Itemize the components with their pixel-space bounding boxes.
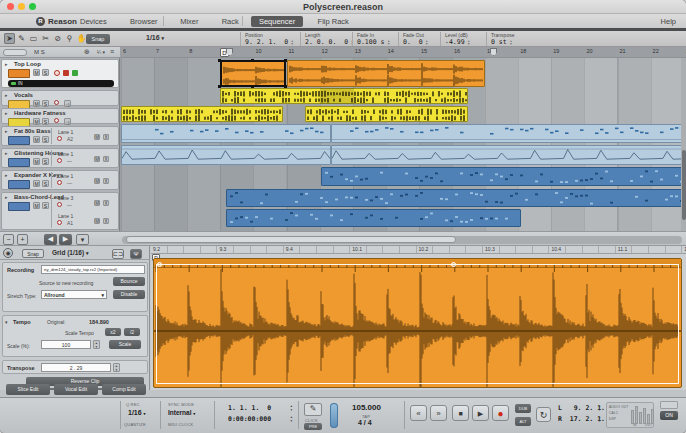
nav-right-icon[interactable]: ▶: [59, 234, 72, 245]
track-top-loop[interactable]: ▸Top LoopMSIN: [1, 59, 119, 88]
track-expander-x-keys[interactable]: ▸Expander X KeysMSLane 1—MX: [1, 170, 119, 190]
help-link[interactable]: Help: [661, 17, 676, 26]
loop-left-stepper[interactable]: ▴▾: [596, 404, 603, 412]
transpose-stepper[interactable]: ▴▾: [113, 363, 120, 372]
transpose-value-field[interactable]: 2 . 29: [41, 363, 111, 372]
lane-lane-1[interactable]: Lane 1A1MX: [54, 213, 116, 230]
stepper-icon[interactable]: ▴▾: [510, 39, 512, 46]
lane-lane-1[interactable]: Lane 1A2MX: [54, 129, 116, 146]
lane-mute-button[interactable]: M: [94, 218, 100, 224]
disclosure-icon[interactable]: ▸: [5, 150, 8, 156]
solo-button[interactable]: S: [42, 158, 49, 165]
edit-canvas[interactable]: 9.29.39.410.110.210.310.411.111.2 D: [151, 246, 686, 390]
lane-lane-3[interactable]: Lane 3—MX: [54, 195, 116, 212]
list-icon[interactable]: ≡: [110, 48, 114, 55]
solo-button[interactable]: S: [42, 202, 49, 209]
track-filter-button[interactable]: [3, 49, 27, 56]
lane-mute-button[interactable]: M: [94, 200, 100, 206]
scroll-thumb[interactable]: [126, 236, 456, 243]
tuning-fork-icon[interactable]: Ψ: [130, 249, 142, 259]
field-fade-in[interactable]: Fade In0.100 s▴▾: [352, 32, 398, 46]
selection-handle[interactable]: [284, 59, 287, 62]
stop-button[interactable]: ■: [452, 405, 469, 421]
lane-mute-button[interactable]: M: [94, 178, 100, 184]
eraser-tool-icon[interactable]: ▭: [28, 33, 39, 44]
position-time-display[interactable]: 0:00:00:000: [228, 415, 271, 423]
reason-logo[interactable]: RReason: [36, 16, 77, 26]
disclosure-icon[interactable]: ▾: [5, 319, 8, 325]
click-level-slider[interactable]: [330, 403, 338, 428]
track-glistening-house[interactable]: ▸Glistening HouseMSLane 1—MX: [1, 148, 119, 168]
audio-clip-editor[interactable]: [153, 258, 682, 388]
lane-mute-button[interactable]: M: [94, 156, 100, 162]
nav-item-sequencer[interactable]: Sequencer: [251, 16, 303, 27]
selection-handle[interactable]: [251, 85, 254, 88]
mute-button[interactable]: M: [33, 100, 40, 107]
alt-button[interactable]: ALT: [515, 417, 531, 426]
stepper-icon[interactable]: ▴▾: [468, 39, 470, 46]
lane-delete-button[interactable]: X: [103, 200, 109, 206]
field-level--db-[interactable]: Level (dB)-4.99▴▾: [440, 32, 486, 46]
solo-button[interactable]: S: [42, 136, 49, 143]
bar-ruler[interactable]: 67891011121314151617181920212223: [121, 47, 686, 58]
selection-handle[interactable]: [284, 85, 287, 88]
scale-button[interactable]: Scale: [109, 340, 141, 349]
mute-button[interactable]: M: [33, 202, 40, 209]
position-bars-display[interactable]: 1. 1. 1. 0: [228, 404, 271, 412]
clip-top-loop[interactable]: [287, 60, 485, 87]
tuner-icon[interactable]: [63, 70, 69, 76]
monitor-icon[interactable]: [72, 70, 78, 76]
field-length[interactable]: Length2. 0. 0. 0▴▾: [300, 32, 352, 46]
selection-handle[interactable]: [251, 59, 254, 62]
fast-forward-button[interactable]: »: [430, 405, 447, 421]
zoom-out-icon[interactable]: −: [3, 234, 14, 245]
stretch-type-dropdown[interactable]: Allround▾: [41, 290, 107, 299]
track-bass-chord-lead[interactable]: ▸Bass-Chord-LeadMSLane 3—MXLane 1A1MX: [1, 192, 119, 230]
snap-button[interactable]: Snap: [86, 34, 110, 44]
dub-button[interactable]: DUB: [515, 404, 531, 413]
clip-bass-chord-lead[interactable]: [226, 189, 686, 207]
edit-snap-button[interactable]: Snap: [22, 249, 44, 258]
power-icon[interactable]: ◉: [3, 248, 13, 258]
loop-icon[interactable]: ↻: [536, 407, 551, 422]
metronome-icon[interactable]: ✎: [304, 403, 322, 416]
field-fade-out[interactable]: Fade Out0. 0▴▾: [398, 32, 440, 46]
pencil-tool-icon[interactable]: ✎: [16, 33, 27, 44]
monitor-icon[interactable]: ◁): [64, 100, 71, 107]
disclosure-icon[interactable]: ▸: [5, 194, 8, 200]
monitor-icon[interactable]: ◁): [64, 118, 71, 125]
sync-mode-dropdown[interactable]: Internal ▾: [168, 409, 195, 416]
mute-button[interactable]: M: [33, 118, 40, 125]
gear-icon[interactable]: ⊛: [84, 48, 90, 56]
clip-glistening-house[interactable]: [121, 145, 331, 165]
lane-lane-1[interactable]: Lane 1—MX: [54, 173, 116, 190]
position-stepper[interactable]: ▴▾: [288, 404, 295, 412]
lane-lane-1[interactable]: Lane 1—MX: [54, 151, 116, 168]
nav-item-browser[interactable]: Browser: [122, 16, 166, 27]
clip-glistening-house[interactable]: [331, 145, 686, 165]
disclosure-icon[interactable]: ▸: [5, 172, 8, 178]
stepper-icon[interactable]: ▴▾: [387, 39, 389, 46]
lane-delete-button[interactable]: X: [103, 218, 109, 224]
title-bar[interactable]: Polyscreen.reason: [0, 0, 686, 14]
clip-bass-chord-lead[interactable]: [226, 209, 521, 227]
bounce-button[interactable]: Bounce: [113, 277, 145, 286]
lane-record-icon[interactable]: [57, 202, 62, 207]
clip-expander-x-keys[interactable]: [321, 167, 686, 186]
disable-button[interactable]: Disable: [113, 290, 145, 299]
clip-hardware-fatness[interactable]: [305, 106, 468, 122]
clip-hardware-fatness[interactable]: [121, 106, 283, 122]
record-button[interactable]: ●: [492, 405, 509, 421]
rewind-button[interactable]: «: [410, 405, 427, 421]
time-signature[interactable]: 4 / 4: [358, 419, 372, 426]
snap-value-dropdown[interactable]: 1/16 ▾: [146, 34, 164, 41]
time-stepper[interactable]: ▴▾: [288, 415, 295, 423]
edit-mode-comp-edit-button[interactable]: Comp Edit: [102, 384, 146, 395]
zoom-in-icon[interactable]: +: [17, 234, 28, 245]
follow-song-icon[interactable]: ▾: [76, 234, 89, 245]
solo-button[interactable]: S: [42, 118, 49, 125]
zoom-preset-dropdown[interactable]: ¼ ▾: [97, 49, 105, 55]
x2-button[interactable]: x2: [105, 328, 121, 336]
magnify-tool-icon[interactable]: ⚲: [64, 33, 75, 44]
clip-fat-80s-bass[interactable]: [331, 124, 686, 143]
